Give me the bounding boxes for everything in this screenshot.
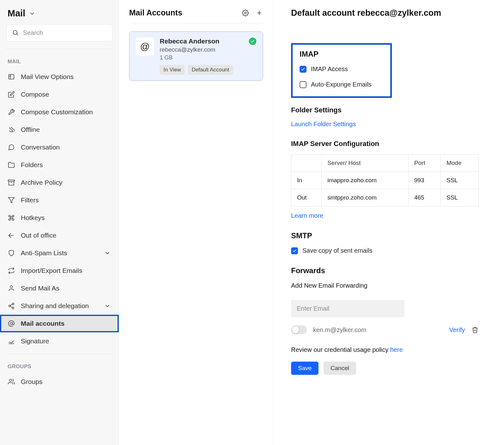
table-cell: Out [291, 189, 322, 206]
signature-icon [8, 337, 15, 345]
sidebar-item-conversation[interactable]: Conversation [0, 138, 119, 156]
checkbox-checked-icon [300, 66, 306, 73]
forwarding-entry-email: ken.m@zylker.com [313, 326, 443, 334]
checkbox-label: Auto-Expunge Emails [311, 81, 371, 88]
policy-link[interactable]: here [390, 346, 403, 353]
sidebar-item-sharing-delegation[interactable]: Sharing and delegation [0, 297, 119, 315]
divider [6, 49, 112, 49]
nav-label: Send Mail As [21, 284, 60, 292]
chat-icon [8, 144, 15, 151]
save-copy-checkbox[interactable]: Save copy of sent emails [291, 247, 486, 254]
svg-line-12 [10, 306, 12, 307]
at-icon [8, 320, 15, 327]
chip-default-account: Default Account [188, 65, 233, 75]
sidebar-item-folders[interactable]: Folders [0, 156, 119, 174]
detail-panel: Default account rebecca@zylker.com IMAP … [273, 0, 504, 445]
sidebar-item-import-export[interactable]: Import/Export Emails [0, 262, 119, 279]
sidebar-item-compose[interactable]: Compose [0, 86, 119, 103]
nav-label: Conversation [21, 144, 60, 151]
sidebar: Mail MAIL Mail View Options Compose [0, 0, 119, 445]
svg-point-16 [9, 379, 12, 381]
svg-point-8 [10, 286, 12, 288]
sidebar-item-archive-policy[interactable]: Archive Policy [0, 174, 119, 191]
table-cell: SSL [441, 189, 479, 206]
search-input-wrap[interactable] [6, 24, 112, 41]
plane-icon [8, 232, 15, 239]
sidebar-item-anti-spam-lists[interactable]: Anti-Spam Lists [0, 244, 119, 262]
sidebar-item-mail-accounts[interactable]: Mail accounts [0, 315, 119, 332]
table-header: Mode [441, 155, 479, 172]
add-forwarding-label: Add New Email Forwarding [291, 282, 486, 289]
tools-icon [8, 108, 15, 116]
section-label-mail: MAIL [0, 53, 119, 68]
compose-icon [8, 91, 15, 98]
table-cell: SSL [441, 172, 479, 189]
account-card[interactable]: @ Rebecca Anderson rebecca@zylker.com 1 … [129, 31, 263, 81]
nav-label: Offline [21, 126, 40, 133]
account-email: rebecca@zylker.com [160, 46, 233, 53]
launch-folder-settings-link[interactable]: Launch Folder Settings [291, 121, 356, 127]
chevron-down-icon [104, 302, 111, 310]
forwards-heading: Forwards [291, 266, 486, 275]
table-cell: 993 [409, 172, 441, 189]
table-header: Port [409, 155, 441, 172]
detail-title: Default account rebecca@zylker.com [291, 8, 486, 18]
svg-point-0 [13, 31, 17, 35]
policy-text: Review our credential usage policy here [291, 346, 486, 353]
nav-list-groups: Groups [0, 373, 119, 391]
table-cell: In [291, 172, 322, 189]
sidebar-header[interactable]: Mail [0, 0, 119, 24]
search-icon [12, 29, 19, 37]
sidebar-item-out-of-office[interactable]: Out of office [0, 227, 119, 244]
folder-icon [8, 161, 15, 169]
learn-more-link[interactable]: Learn more [291, 212, 323, 219]
table-header [291, 155, 322, 172]
sidebar-item-groups[interactable]: Groups [0, 373, 119, 391]
svg-rect-2 [9, 75, 14, 79]
at-icon: @ [136, 37, 154, 56]
transfer-icon [8, 267, 15, 274]
nav-label: Compose Customization [21, 108, 93, 116]
auto-expunge-checkbox[interactable]: Auto-Expunge Emails [300, 81, 383, 88]
nav-label: Filters [21, 196, 39, 204]
account-size: 1 GB [160, 54, 233, 61]
svg-point-17 [244, 12, 246, 14]
gear-icon[interactable] [242, 9, 249, 17]
sidebar-item-filters[interactable]: Filters [0, 191, 119, 209]
checkbox-unchecked-icon [300, 81, 306, 88]
sidebar-item-compose-customization[interactable]: Compose Customization [0, 103, 119, 121]
table-header: Server/ Host [322, 155, 409, 172]
accounts-column: Mail Accounts @ Rebecca Anderson rebecca… [119, 0, 273, 445]
table-cell: 465 [409, 189, 441, 206]
forwarding-toggle[interactable] [291, 325, 307, 334]
archive-icon [8, 179, 15, 186]
verify-link[interactable]: Verify [449, 326, 465, 334]
trash-icon[interactable] [471, 326, 479, 334]
sidebar-item-signature[interactable]: Signature [0, 332, 119, 350]
check-badge-icon [248, 37, 257, 46]
checkbox-label: IMAP Access [311, 65, 348, 73]
cancel-button[interactable]: Cancel [324, 362, 356, 375]
user-mail-icon [8, 284, 15, 292]
sidebar-item-mail-view-options[interactable]: Mail View Options [0, 68, 119, 86]
forwarding-email-input[interactable] [291, 300, 404, 317]
layout-icon [8, 73, 15, 81]
sidebar-item-hotkeys[interactable]: Hotkeys [0, 209, 119, 227]
section-label-groups: GROUPS [0, 358, 119, 373]
nav-list-mail: Mail View Options Compose Compose Custom… [0, 68, 119, 350]
svg-marker-7 [9, 198, 14, 203]
save-button[interactable]: Save [291, 362, 318, 375]
smtp-heading: SMTP [291, 231, 486, 240]
command-icon [8, 214, 15, 222]
sidebar-item-send-mail-as[interactable]: Send Mail As [0, 279, 119, 297]
svg-point-11 [12, 307, 14, 309]
users-icon [8, 378, 15, 386]
plus-icon[interactable] [255, 9, 263, 17]
search-input[interactable] [23, 29, 107, 37]
table-cell: imappro.zoho.com [322, 172, 409, 189]
imap-access-checkbox[interactable]: IMAP Access [300, 65, 383, 73]
nav-label: Out of office [21, 232, 56, 239]
sidebar-item-offline[interactable]: Offline [0, 121, 119, 138]
nav-label: Anti-Spam Lists [21, 249, 67, 257]
nav-label: Hotkeys [21, 214, 45, 222]
